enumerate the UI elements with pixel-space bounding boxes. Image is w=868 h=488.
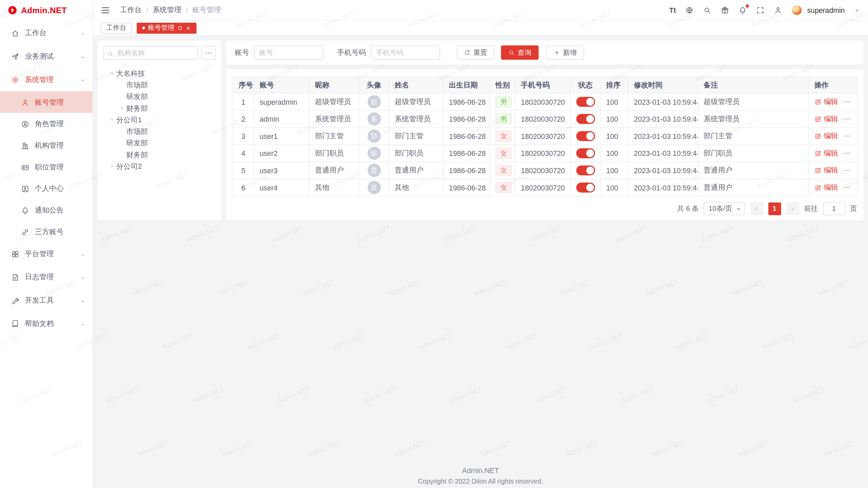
cell-index: 4 — [233, 145, 254, 162]
cell-index: 1 — [233, 93, 254, 110]
search-icon[interactable] — [703, 6, 711, 14]
tree-node[interactable]: 市场部 — [103, 126, 216, 137]
cell-order: 100 — [600, 145, 628, 162]
row-avatar: 其 — [367, 181, 380, 194]
theme-icon[interactable] — [721, 6, 729, 14]
edit-button[interactable]: 编辑 — [814, 165, 838, 175]
cell-phone: 18020030720 — [515, 127, 570, 145]
notification-badge — [746, 4, 749, 7]
cell-gender: 男 — [490, 93, 515, 110]
edit-button[interactable]: 编辑 — [814, 114, 838, 124]
font-size-icon[interactable]: Tt — [669, 6, 676, 14]
next-page-button[interactable] — [786, 202, 799, 215]
tree-node[interactable]: 市场部 — [103, 79, 216, 90]
cell-remark: 部门职员 — [698, 145, 809, 162]
sidebar-item-third-party-account[interactable]: 三方账号 — [0, 221, 93, 242]
edit-button[interactable]: 编辑 — [814, 97, 838, 107]
phone-input[interactable] — [371, 45, 440, 60]
row-more-button[interactable] — [843, 132, 851, 140]
page-number-button[interactable]: 1 — [768, 202, 781, 215]
caret-down-icon[interactable] — [107, 117, 116, 122]
chevron-down-icon — [80, 52, 86, 60]
sidebar-item-position-management[interactable]: 职位管理 — [0, 156, 93, 178]
status-toggle[interactable] — [576, 97, 595, 107]
gender-badge: 女 — [495, 148, 512, 159]
sidebar-item-workbench[interactable]: 工作台 — [0, 22, 93, 45]
top-header: 工作台 / 系统管理 / 账号管理 Tt superadmin — [93, 0, 868, 20]
row-more-button[interactable] — [843, 149, 851, 157]
column-header-remark: 备注 — [698, 77, 809, 93]
org-search-input[interactable] — [103, 46, 198, 60]
caret-right-icon[interactable] — [117, 106, 126, 111]
row-more-button[interactable] — [843, 166, 851, 174]
sidebar-item-account-management[interactable]: 账号管理 — [0, 91, 93, 113]
row-more-button[interactable] — [843, 184, 851, 191]
user-settings-icon[interactable] — [774, 6, 782, 14]
sidebar-item-org-management[interactable]: 机构管理 — [0, 135, 93, 156]
status-toggle[interactable] — [576, 165, 595, 175]
language-icon[interactable] — [685, 6, 693, 14]
footer: Admin.NET Copyright © 2022 Dilon All rig… — [93, 466, 868, 485]
hamburger-menu-icon[interactable] — [101, 5, 110, 15]
user-avatar[interactable] — [792, 5, 802, 15]
prev-page-button[interactable] — [750, 202, 763, 215]
page-size-select[interactable]: 10条/页 — [704, 202, 745, 215]
sidebar-item-business-test[interactable]: 业务测试 — [0, 45, 93, 68]
sidebar-item-help-docs[interactable]: 帮助文档 — [0, 312, 93, 336]
edit-button[interactable]: 编辑 — [814, 148, 838, 158]
cell-remark: 普通用户 — [698, 162, 809, 179]
tab-workbench[interactable]: 工作台 — [101, 22, 132, 34]
edit-button[interactable]: 编辑 — [814, 183, 838, 192]
cell-nickname: 系统管理员 — [309, 110, 359, 128]
tree-node[interactable]: 研发部 — [103, 137, 216, 149]
tree-node[interactable]: 分公司2 — [103, 160, 216, 172]
row-avatar: 超 — [367, 95, 380, 108]
caret-right-icon[interactable] — [107, 164, 116, 169]
cell-order: 100 — [600, 179, 628, 196]
notification-bell-icon[interactable] — [738, 6, 747, 14]
sidebar-item-role-management[interactable]: 角色管理 — [0, 113, 93, 135]
sidebar-item-personal-center[interactable]: 个人中心 — [0, 178, 93, 199]
fullscreen-icon[interactable] — [756, 6, 764, 14]
sidebar-item-log-management[interactable]: 日志管理 — [0, 266, 93, 289]
tree-node[interactable]: 研发部 — [103, 91, 216, 102]
chevron-down-icon[interactable] — [854, 7, 860, 13]
org-more-button[interactable] — [201, 46, 216, 60]
status-toggle[interactable] — [576, 183, 595, 192]
cell-modified-time: 2023-01-03 10:59:44 — [628, 110, 698, 128]
status-toggle[interactable] — [576, 114, 595, 124]
tree-node[interactable]: 财务部 — [103, 102, 216, 114]
tree-node[interactable]: 大名科技 — [103, 67, 216, 79]
username[interactable]: superadmin — [807, 6, 845, 14]
cell-avatar: 部 — [359, 145, 389, 162]
cell-phone: 18020030720 — [515, 179, 570, 196]
row-more-button[interactable] — [843, 98, 851, 106]
status-toggle[interactable] — [576, 148, 595, 158]
reset-button[interactable]: 重置 — [457, 45, 494, 60]
row-more-button[interactable] — [843, 115, 851, 123]
logo[interactable]: Admin.NET — [0, 0, 93, 20]
refresh-icon[interactable] — [177, 24, 182, 32]
add-button[interactable]: 新增 — [546, 45, 584, 60]
cell-avatar: 部 — [359, 127, 389, 145]
goto-page-input[interactable] — [823, 202, 845, 215]
cell-index: 5 — [233, 162, 254, 179]
sidebar-item-dev-tools[interactable]: 开发工具 — [0, 289, 93, 312]
sidebar-item-system-management[interactable]: 系统管理 — [0, 68, 93, 92]
caret-down-icon[interactable] — [107, 71, 116, 76]
sidebar-item-notice-announcement[interactable]: 通知公告 — [0, 199, 93, 221]
gear-icon — [11, 75, 19, 84]
breadcrumb-item-workbench[interactable]: 工作台 — [120, 5, 142, 15]
tab-account-management[interactable]: 账号管理 — [137, 22, 196, 34]
account-input[interactable] — [254, 45, 323, 60]
tree-node[interactable]: 分公司1 — [103, 114, 216, 125]
chevron-down-icon — [80, 273, 86, 281]
footer-copyright: Copyright © 2022 Dilon All rights reserv… — [93, 477, 868, 485]
query-button[interactable]: 查询 — [501, 45, 539, 60]
status-toggle[interactable] — [576, 131, 595, 141]
edit-button[interactable]: 编辑 — [814, 131, 838, 141]
tree-node[interactable]: 财务部 — [103, 149, 216, 160]
close-icon[interactable] — [185, 24, 191, 32]
sidebar-item-platform-management[interactable]: 平台管理 — [0, 242, 93, 266]
breadcrumb-item-system[interactable]: 系统管理 — [153, 5, 181, 15]
